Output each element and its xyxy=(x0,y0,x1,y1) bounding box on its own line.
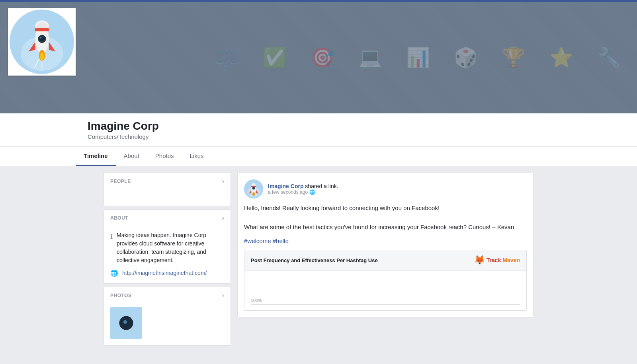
chart-scale-label: 100% xyxy=(251,298,520,303)
people-section-header[interactable]: PEOPLE › xyxy=(104,173,231,190)
about-card: ABOUT › ℹ Making ideas happen. Imagine C… xyxy=(104,209,231,284)
profile-photo xyxy=(10,10,74,74)
post-avatar[interactable] xyxy=(244,179,263,199)
profile-section: Imagine Corp Computers/Technology xyxy=(0,113,637,147)
post-body-line1: Hello, friends! Really looking forward t… xyxy=(244,203,527,232)
photos-chevron-icon: › xyxy=(222,292,224,299)
photos-section-header[interactable]: PHOTOS › xyxy=(104,287,231,304)
link-preview-card[interactable]: Post Frequency and Effectiveness Per Has… xyxy=(244,250,527,311)
globe-post-icon: 🌐 xyxy=(309,189,315,195)
profile-photo-wrapper xyxy=(8,8,76,76)
photos-card: PHOTOS › xyxy=(104,287,231,346)
cover-icon-1: ⚖️ xyxy=(215,47,239,69)
post-header: Imagine Corp shared a link. a few second… xyxy=(244,179,527,199)
about-section-header[interactable]: ABOUT › xyxy=(104,210,231,226)
svg-rect-4 xyxy=(35,28,49,31)
photos-preview xyxy=(104,307,231,345)
about-section-body: ℹ Making ideas happen. Imagine Corp prov… xyxy=(104,226,231,283)
nav-tabs: Timeline About Photos Likes xyxy=(0,147,637,166)
page-name: Imagine Corp xyxy=(88,120,621,132)
cover-icon-2: ✅ xyxy=(263,47,287,69)
svg-point-14 xyxy=(123,320,127,324)
photo-thumbnail[interactable] xyxy=(110,307,142,339)
trackmaven-track-text: Track xyxy=(487,257,501,263)
tab-photos[interactable]: Photos xyxy=(147,147,182,166)
cover-icon-5: 📊 xyxy=(406,47,430,69)
photos-section-title: PHOTOS xyxy=(110,293,131,298)
link-preview-header: Post Frequency and Effectiveness Per Has… xyxy=(244,250,526,271)
people-chevron-icon: › xyxy=(222,178,224,185)
globe-about-icon: 🌐 xyxy=(110,269,118,277)
cover-icon-8: ⭐ xyxy=(549,47,573,69)
post-shared-text: shared a link. xyxy=(305,183,338,189)
post-meta: Imagine Corp shared a link. a few second… xyxy=(268,183,527,195)
tab-timeline[interactable]: Timeline xyxy=(76,147,116,166)
about-website-link[interactable]: 🌐 http://imaginethisimaginethat.com/ xyxy=(110,269,224,277)
about-chevron-icon: › xyxy=(222,214,224,222)
main-content: PEOPLE › ABOUT › ℹ Making ideas happen. … xyxy=(100,173,537,346)
page-category: Computers/Technology xyxy=(88,133,621,140)
right-feed: Imagine Corp shared a link. a few second… xyxy=(237,173,533,346)
post-hashtags: #welcome #hello xyxy=(244,237,527,244)
post-avatar-svg xyxy=(244,179,263,199)
tab-about[interactable]: About xyxy=(116,147,147,166)
cover-icon-6: 🎲 xyxy=(454,47,478,69)
svg-point-9 xyxy=(40,53,44,60)
info-icon: ℹ xyxy=(110,232,113,241)
people-section-title: PEOPLE xyxy=(110,179,131,184)
svg-point-6 xyxy=(39,36,45,41)
about-section-title: ABOUT xyxy=(110,215,128,221)
people-empty-state xyxy=(104,190,231,206)
post-author-name[interactable]: Imagine Corp xyxy=(268,183,303,189)
cover-photo: ⚖️ ✅ 🎯 💻 📊 🎲 🏆 ⭐ 🔧 xyxy=(0,2,637,113)
profile-info: Imagine Corp Computers/Technology xyxy=(8,113,629,146)
post-time: a few seconds ago 🌐 xyxy=(268,189,527,195)
cover-icon-7: 🏆 xyxy=(502,47,526,69)
cover-icon-3: 🎯 xyxy=(311,47,334,69)
post-author-line: Imagine Corp shared a link. xyxy=(268,183,527,189)
trackmaven-icon: 🦊 xyxy=(474,255,485,265)
cover-icons: ⚖️ ✅ 🎯 💻 📊 🎲 🏆 ⭐ 🔧 xyxy=(0,2,637,113)
left-sidebar: PEOPLE › ABOUT › ℹ Making ideas happen. … xyxy=(104,173,231,346)
trackmaven-logo: 🦊 Track Maven xyxy=(474,255,520,265)
about-description: ℹ Making ideas happen. Imagine Corp prov… xyxy=(110,231,224,265)
post-card: Imagine Corp shared a link. a few second… xyxy=(237,173,533,317)
cover-icon-9: 🔧 xyxy=(597,47,621,69)
link-preview-title: Post Frequency and Effectiveness Per Has… xyxy=(251,257,378,263)
trackmaven-maven-text: Maven xyxy=(502,257,520,263)
people-card: PEOPLE › xyxy=(104,173,231,206)
svg-point-19 xyxy=(252,187,255,190)
tab-likes[interactable]: Likes xyxy=(182,147,212,166)
chart-preview: 100% xyxy=(244,271,526,310)
rocket-logo-svg xyxy=(11,11,73,73)
photo-thumb-svg xyxy=(112,309,140,337)
svg-point-7 xyxy=(40,37,41,38)
chart-bar-line xyxy=(251,304,520,305)
svg-point-20 xyxy=(252,192,255,196)
cover-icon-4: 💻 xyxy=(358,47,382,69)
